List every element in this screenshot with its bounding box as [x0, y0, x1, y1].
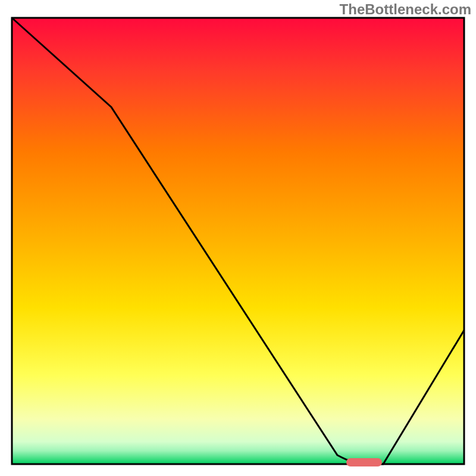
- bottleneck-chart: TheBottleneck.com: [0, 0, 476, 476]
- chart-svg: [0, 0, 476, 476]
- optimal-zone-marker: [346, 458, 382, 466]
- plot-background: [12, 18, 464, 464]
- watermark-text: TheBottleneck.com: [340, 1, 471, 18]
